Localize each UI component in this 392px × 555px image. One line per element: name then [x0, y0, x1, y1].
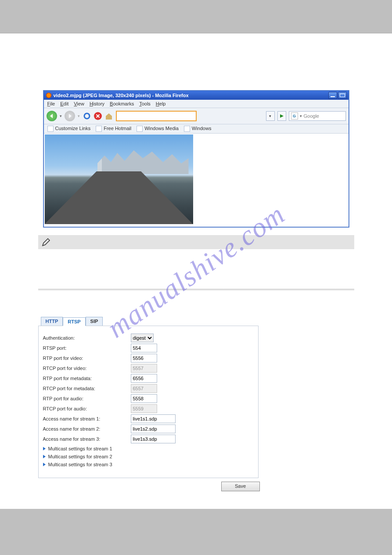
reload-button[interactable]	[83, 112, 91, 120]
access2-input[interactable]	[131, 424, 176, 433]
rtcp-audio-input	[131, 404, 157, 413]
auth-select[interactable]: digest	[131, 334, 154, 342]
access3-label: Access name for stream 3:	[43, 436, 131, 442]
bookmark-customize[interactable]: Customize Links	[47, 126, 91, 132]
google-icon: G	[291, 112, 298, 120]
chevron-right-icon	[43, 463, 46, 466]
bookmark-windows[interactable]: Windows	[184, 126, 212, 132]
note-strip	[38, 235, 354, 249]
tab-rtsp[interactable]: RTSP	[63, 317, 85, 326]
window-title: video2.mjpg (JPEG Image, 320x240 pixels)…	[54, 93, 189, 98]
access1-label: Access name for stream 1:	[43, 416, 131, 421]
tab-http[interactable]: HTTP	[41, 317, 63, 326]
address-input[interactable]	[116, 111, 197, 121]
section-divider	[38, 289, 354, 290]
toolbar: ▾ ▾ ▾ G	[44, 108, 349, 124]
menu-view[interactable]: View	[74, 101, 84, 106]
back-dropdown-icon[interactable]: ▾	[60, 114, 62, 118]
search-placeholder: Google	[304, 113, 319, 119]
minimize-button[interactable]	[328, 92, 337, 99]
bookmark-hotmail[interactable]: Free Hotmail	[96, 126, 131, 132]
go-button[interactable]	[277, 111, 286, 121]
rtcp-video-label: RTCP port for video:	[43, 366, 131, 371]
chevron-right-icon	[43, 447, 46, 450]
rtcp-video-input	[131, 364, 157, 373]
maximize-button[interactable]	[338, 92, 347, 99]
menu-bar: File Edit View History Bookmarks Tools H…	[44, 100, 349, 108]
rtp-audio-input[interactable]	[131, 394, 157, 403]
bookmarks-bar: Customize Links Free Hotmail Windows Med…	[44, 124, 349, 134]
camera-preview-image	[45, 134, 193, 224]
rtp-meta-input[interactable]	[131, 374, 157, 383]
menu-file[interactable]: File	[47, 101, 55, 106]
chevron-right-icon	[43, 455, 46, 458]
multicast-stream3-toggle[interactable]: Multicast settings for stream 3	[43, 462, 254, 467]
stop-button[interactable]	[94, 112, 102, 120]
access1-input[interactable]	[131, 414, 176, 423]
menu-help[interactable]: Help	[156, 101, 166, 106]
bookmark-winmedia[interactable]: Windows Media	[137, 126, 179, 132]
pencil-icon	[42, 238, 50, 247]
address-dropdown[interactable]: ▾	[266, 111, 275, 121]
rtcp-meta-label: RTCP port for metadata:	[43, 386, 131, 391]
rtp-meta-label: RTP port for metadata:	[43, 376, 131, 381]
multicast-stream2-toggle[interactable]: Multicast settings for stream 2	[43, 454, 254, 459]
search-box[interactable]: G ▾ Google	[289, 111, 346, 121]
firefox-icon	[46, 92, 52, 98]
forward-button[interactable]	[65, 111, 75, 121]
menu-history[interactable]: History	[90, 101, 104, 106]
rtcp-audio-label: RTCP port for audio:	[43, 406, 131, 411]
rtsp-settings-panel: Authentication: digest RTSP port: RTP po…	[38, 326, 259, 478]
rtsp-port-input[interactable]	[131, 344, 157, 352]
rtcp-meta-input	[131, 384, 157, 393]
window-title-bar: video2.mjpg (JPEG Image, 320x240 pixels)…	[44, 91, 349, 100]
save-button[interactable]: Save	[221, 482, 260, 491]
browser-window: video2.mjpg (JPEG Image, 320x240 pixels)…	[43, 91, 349, 227]
forward-dropdown-icon[interactable]: ▾	[78, 114, 80, 118]
access2-label: Access name for stream 2:	[43, 426, 131, 432]
back-button[interactable]	[47, 111, 57, 121]
rtp-video-input[interactable]	[131, 354, 157, 363]
auth-label: Authentication:	[43, 335, 131, 341]
menu-bookmarks[interactable]: Bookmarks	[110, 101, 134, 106]
multicast-stream1-toggle[interactable]: Multicast settings for stream 1	[43, 446, 254, 451]
menu-tools[interactable]: Tools	[139, 101, 151, 106]
rtsp-port-label: RTSP port:	[43, 345, 131, 351]
protocol-tabs: HTTP RTSP SIP	[41, 317, 354, 326]
access3-input[interactable]	[131, 435, 176, 443]
menu-edit[interactable]: Edit	[60, 101, 68, 106]
rtp-video-label: RTP port for video:	[43, 355, 131, 361]
tab-sip[interactable]: SIP	[86, 317, 103, 326]
home-button[interactable]	[104, 112, 113, 120]
rtp-audio-label: RTP port for audio:	[43, 396, 131, 401]
